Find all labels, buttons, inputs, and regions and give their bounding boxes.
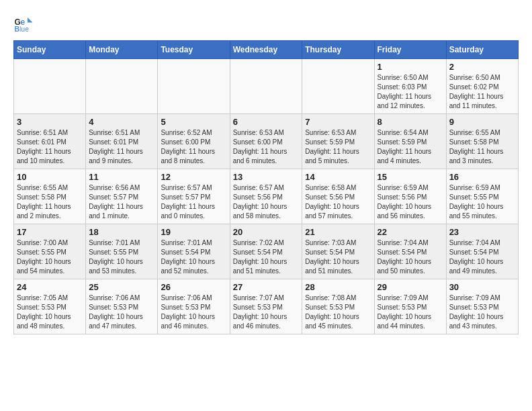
- calendar-week-row: 17Sunrise: 7:00 AM Sunset: 5:55 PM Dayli…: [14, 224, 519, 279]
- calendar-cell: 29Sunrise: 7:09 AM Sunset: 5:53 PM Dayli…: [374, 279, 446, 334]
- day-info: Sunrise: 7:04 AM Sunset: 5:54 PM Dayligh…: [378, 238, 443, 276]
- day-info: Sunrise: 7:00 AM Sunset: 5:55 PM Dayligh…: [17, 238, 83, 276]
- day-info: Sunrise: 7:01 AM Sunset: 5:55 PM Dayligh…: [89, 238, 154, 276]
- day-number: 28: [305, 282, 371, 292]
- calendar-cell: 26Sunrise: 7:06 AM Sunset: 5:53 PM Dayli…: [158, 279, 230, 334]
- day-number: 24: [17, 282, 83, 292]
- svg-text:lue: lue: [19, 25, 29, 33]
- day-number: 3: [17, 117, 83, 127]
- day-number: 9: [449, 117, 515, 127]
- weekday-header: Wednesday: [230, 41, 302, 59]
- calendar-cell: [302, 59, 374, 114]
- calendar-cell: 6Sunrise: 6:53 AM Sunset: 6:00 PM Daylig…: [230, 114, 302, 169]
- weekday-header: Thursday: [302, 41, 374, 59]
- day-number: 17: [17, 227, 83, 237]
- day-info: Sunrise: 7:04 AM Sunset: 5:54 PM Dayligh…: [449, 238, 515, 276]
- day-info: Sunrise: 7:06 AM Sunset: 5:53 PM Dayligh…: [161, 293, 226, 331]
- day-number: 4: [89, 117, 154, 127]
- day-info: Sunrise: 7:02 AM Sunset: 5:54 PM Dayligh…: [233, 238, 300, 276]
- calendar-cell: 17Sunrise: 7:00 AM Sunset: 5:55 PM Dayli…: [14, 224, 86, 279]
- calendar-cell: 30Sunrise: 7:09 AM Sunset: 5:53 PM Dayli…: [446, 279, 518, 334]
- day-number: 6: [233, 117, 300, 127]
- calendar-cell: 22Sunrise: 7:04 AM Sunset: 5:54 PM Dayli…: [374, 224, 446, 279]
- calendar-cell: 5Sunrise: 6:52 AM Sunset: 6:00 PM Daylig…: [158, 114, 230, 169]
- calendar-cell: [158, 59, 230, 114]
- calendar-cell: [14, 59, 86, 114]
- day-info: Sunrise: 6:50 AM Sunset: 6:02 PM Dayligh…: [449, 73, 515, 111]
- logo-icon: G e B lue: [13, 13, 34, 34]
- day-number: 13: [233, 172, 300, 182]
- weekday-header: Sunday: [14, 41, 86, 59]
- weekday-header: Saturday: [446, 41, 518, 59]
- day-info: Sunrise: 7:03 AM Sunset: 5:54 PM Dayligh…: [305, 238, 371, 276]
- day-info: Sunrise: 6:53 AM Sunset: 5:59 PM Dayligh…: [305, 128, 371, 166]
- day-number: 10: [17, 172, 83, 182]
- calendar-cell: [86, 59, 158, 114]
- day-info: Sunrise: 6:51 AM Sunset: 6:01 PM Dayligh…: [17, 128, 83, 166]
- calendar-cell: 14Sunrise: 6:58 AM Sunset: 5:56 PM Dayli…: [302, 169, 374, 224]
- day-number: 15: [378, 172, 443, 182]
- day-info: Sunrise: 6:59 AM Sunset: 5:56 PM Dayligh…: [378, 183, 443, 221]
- day-number: 21: [305, 227, 371, 237]
- calendar-cell: 11Sunrise: 6:56 AM Sunset: 5:57 PM Dayli…: [86, 169, 158, 224]
- day-number: 25: [89, 282, 154, 292]
- day-number: 29: [378, 282, 443, 292]
- day-info: Sunrise: 6:51 AM Sunset: 6:01 PM Dayligh…: [89, 128, 154, 166]
- day-number: 16: [449, 172, 515, 182]
- calendar-cell: 28Sunrise: 7:08 AM Sunset: 5:53 PM Dayli…: [302, 279, 374, 334]
- day-info: Sunrise: 6:57 AM Sunset: 5:56 PM Dayligh…: [233, 183, 300, 221]
- day-number: 20: [233, 227, 300, 237]
- day-number: 14: [305, 172, 371, 182]
- day-info: Sunrise: 7:07 AM Sunset: 5:53 PM Dayligh…: [233, 293, 300, 331]
- calendar-cell: 23Sunrise: 7:04 AM Sunset: 5:54 PM Dayli…: [446, 224, 518, 279]
- calendar-cell: 10Sunrise: 6:55 AM Sunset: 5:58 PM Dayli…: [14, 169, 86, 224]
- calendar-cell: 13Sunrise: 6:57 AM Sunset: 5:56 PM Dayli…: [230, 169, 302, 224]
- day-number: 26: [161, 282, 226, 292]
- day-info: Sunrise: 6:50 AM Sunset: 6:03 PM Dayligh…: [378, 73, 443, 111]
- calendar-table: SundayMondayTuesdayWednesdayThursdayFrid…: [13, 40, 519, 334]
- day-info: Sunrise: 7:01 AM Sunset: 5:54 PM Dayligh…: [161, 238, 226, 276]
- day-info: Sunrise: 6:55 AM Sunset: 5:58 PM Dayligh…: [17, 183, 83, 221]
- day-number: 22: [378, 227, 443, 237]
- calendar-cell: 1Sunrise: 6:50 AM Sunset: 6:03 PM Daylig…: [374, 59, 446, 114]
- page-header: G e B lue: [13, 13, 519, 34]
- calendar-cell: 12Sunrise: 6:57 AM Sunset: 5:57 PM Dayli…: [158, 169, 230, 224]
- day-info: Sunrise: 6:54 AM Sunset: 5:59 PM Dayligh…: [378, 128, 443, 166]
- calendar-cell: 20Sunrise: 7:02 AM Sunset: 5:54 PM Dayli…: [230, 224, 302, 279]
- day-number: 18: [89, 227, 154, 237]
- day-number: 19: [161, 227, 226, 237]
- day-number: 11: [89, 172, 154, 182]
- calendar-week-row: 3Sunrise: 6:51 AM Sunset: 6:01 PM Daylig…: [14, 114, 519, 169]
- weekday-header: Tuesday: [158, 41, 230, 59]
- calendar-body: 1Sunrise: 6:50 AM Sunset: 6:03 PM Daylig…: [14, 59, 519, 334]
- calendar-cell: 15Sunrise: 6:59 AM Sunset: 5:56 PM Dayli…: [374, 169, 446, 224]
- day-info: Sunrise: 7:09 AM Sunset: 5:53 PM Dayligh…: [378, 293, 443, 331]
- calendar-cell: 16Sunrise: 6:59 AM Sunset: 5:55 PM Dayli…: [446, 169, 518, 224]
- calendar-week-row: 1Sunrise: 6:50 AM Sunset: 6:03 PM Daylig…: [14, 59, 519, 114]
- calendar-week-row: 24Sunrise: 7:05 AM Sunset: 5:53 PM Dayli…: [14, 279, 519, 334]
- calendar-cell: 21Sunrise: 7:03 AM Sunset: 5:54 PM Dayli…: [302, 224, 374, 279]
- day-number: 27: [233, 282, 300, 292]
- day-number: 12: [161, 172, 226, 182]
- calendar-cell: 18Sunrise: 7:01 AM Sunset: 5:55 PM Dayli…: [86, 224, 158, 279]
- weekday-header: Friday: [374, 41, 446, 59]
- logo: G e B lue: [13, 13, 36, 34]
- day-info: Sunrise: 6:53 AM Sunset: 6:00 PM Dayligh…: [233, 128, 300, 166]
- calendar-cell: 9Sunrise: 6:55 AM Sunset: 5:58 PM Daylig…: [446, 114, 518, 169]
- calendar-cell: 3Sunrise: 6:51 AM Sunset: 6:01 PM Daylig…: [14, 114, 86, 169]
- calendar-header: SundayMondayTuesdayWednesdayThursdayFrid…: [14, 41, 519, 59]
- day-info: Sunrise: 7:09 AM Sunset: 5:53 PM Dayligh…: [449, 293, 515, 331]
- svg-marker-2: [28, 17, 33, 23]
- day-number: 30: [449, 282, 515, 292]
- day-info: Sunrise: 7:08 AM Sunset: 5:53 PM Dayligh…: [305, 293, 371, 331]
- day-number: 1: [378, 62, 443, 72]
- calendar-cell: 25Sunrise: 7:06 AM Sunset: 5:53 PM Dayli…: [86, 279, 158, 334]
- calendar-week-row: 10Sunrise: 6:55 AM Sunset: 5:58 PM Dayli…: [14, 169, 519, 224]
- day-info: Sunrise: 6:55 AM Sunset: 5:58 PM Dayligh…: [449, 128, 515, 166]
- calendar-cell: 4Sunrise: 6:51 AM Sunset: 6:01 PM Daylig…: [86, 114, 158, 169]
- calendar-cell: 2Sunrise: 6:50 AM Sunset: 6:02 PM Daylig…: [446, 59, 518, 114]
- calendar-cell: 7Sunrise: 6:53 AM Sunset: 5:59 PM Daylig…: [302, 114, 374, 169]
- calendar-cell: 24Sunrise: 7:05 AM Sunset: 5:53 PM Dayli…: [14, 279, 86, 334]
- day-number: 7: [305, 117, 371, 127]
- day-info: Sunrise: 6:52 AM Sunset: 6:00 PM Dayligh…: [161, 128, 226, 166]
